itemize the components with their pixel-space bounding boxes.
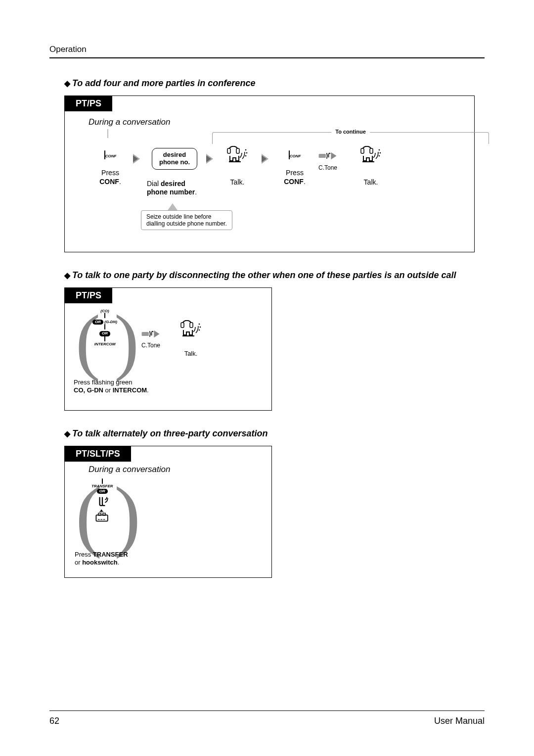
s1step2-d: . [195,188,197,196]
diamond-icon: ◆ [64,429,70,438]
s1step1-cap-a: Press [101,169,119,177]
arrow-icon [206,154,213,164]
s2cap-a: Press flashing green [74,378,133,386]
or-pill: OR [97,489,108,494]
ctone-icon [318,150,338,162]
section-3-heading: ◆ To talk alternately on three-party con… [64,428,485,439]
section-1-box: PT/PS During a conversation To continue … [64,95,475,252]
s1step2-c: phone number [147,188,195,196]
page-footer: 62 User Manual [49,710,485,726]
section-1-tab: PT/PS [65,96,112,111]
co-key-icon [92,314,117,318]
note-connector-icon [168,203,178,210]
section-2-heading: ◆ To talk to one party by disconnecting … [64,270,475,281]
s2cap-mid: or [103,386,113,394]
hookswitch-icon [93,494,111,525]
s2cap-post: . [147,386,149,394]
arrow-icon [133,154,140,164]
s2cap-b: CO, G-DN [74,386,103,394]
s1step4-a: Press [286,169,304,177]
conf-key-icon: CONF [104,151,117,159]
s3cap-c: or [75,559,82,566]
intercom-label: INTERCOM [94,342,116,346]
diamond-icon: ◆ [64,79,70,88]
s3cap-b: TRANSFER [93,551,128,558]
s3cap-a: Press [75,551,93,558]
section-1-heading: ◆ To add four and more parties in confer… [64,78,485,89]
s1step5-cap: Talk. [354,178,388,187]
section-1-context: During a conversation [89,117,463,127]
ctone-icon [141,328,161,340]
transfer-label: TRANSFER [91,484,113,488]
header-rule [49,57,485,58]
s2cap-b2: INTERCOM [113,386,147,394]
s1step4-b: CONF [284,178,304,186]
conf-key-icon: CONF [289,151,301,159]
intercom-key-icon [92,337,117,341]
transfer-key-icon [91,479,113,483]
talk-phone-icon [179,320,202,341]
s3cap-e: . [118,559,120,566]
s1step1-cap-c: . [119,178,121,186]
section-1-title: To add four and more parties in conferen… [72,78,255,89]
ctone-label: C.Tone [141,342,161,349]
doc-title: User Manual [434,716,485,726]
section-3-box: PT/SLT/PS During a conversation ( TRANSF… [64,446,272,578]
s1step2-a: Dial [147,180,161,188]
diamond-icon: ◆ [64,271,70,280]
to-continue-label: To continue [331,129,370,135]
to-continue-bracket: To continue [212,132,489,144]
s1step3-cap: Talk. [220,178,255,187]
section-3-tab: PT/SLT/PS [65,446,131,462]
seize-line-note: Seize outside line before dialling outsi… [141,210,232,230]
page-number: 62 [49,716,59,726]
ctone-label: C.Tone [313,164,343,171]
gdn-key-icon [92,325,117,330]
section-2-box: PT/PS ( (CO) OR (G-DN) OR INTERCOM ) C.T… [64,287,272,411]
s1step2-b: desired [161,180,185,188]
section-2-title: To talk to one party by disconnecting th… [72,270,456,281]
s1step1-cap-b: CONF [99,178,119,186]
talk-phone-icon [226,146,249,167]
s2-talk: Talk. [179,350,202,357]
page-header: Operation [49,45,485,54]
talk-phone-icon [359,146,382,167]
s1step4-c: . [304,178,306,186]
desired-phone-box: desiredphone no. [152,148,197,170]
arrow-icon [262,154,268,164]
section-3-title: To talk alternately on three-party conve… [72,428,267,439]
or-pill: OR [92,320,103,325]
s3cap-d: hookswitch [82,559,118,566]
